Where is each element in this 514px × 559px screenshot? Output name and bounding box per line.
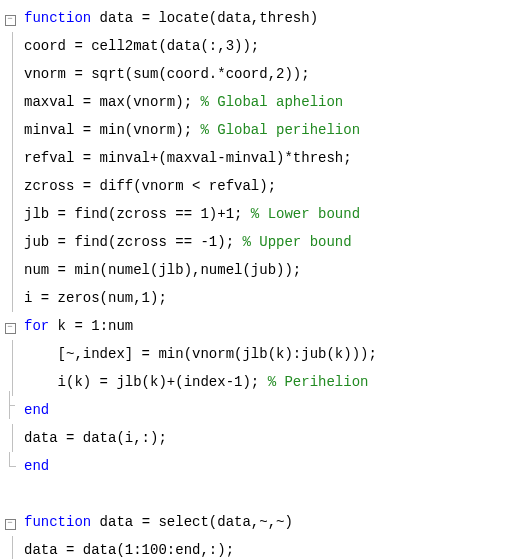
code-line: −function data = select(data,~,~)	[0, 508, 514, 536]
code-content: refval = minval+(maxval-minval)*thresh;	[20, 144, 352, 172]
code-content: i(k) = jlb(k)+(index-1); % Perihelion	[20, 368, 368, 396]
text: data = data(i,:);	[24, 430, 167, 446]
gutter	[0, 228, 20, 256]
code-content: minval = min(vnorm); % Global perihelion	[20, 116, 360, 144]
text: [~,index] = min(vnorm(jlb(k):jub(k)));	[24, 346, 377, 362]
gutter	[0, 32, 20, 60]
comment: % Upper bound	[242, 234, 351, 250]
text: k = 1:num	[49, 318, 133, 334]
code-line: data = data(i,:);	[0, 424, 514, 452]
text: vnorm = sqrt(sum(coord.*coord,2));	[24, 66, 310, 82]
gutter	[0, 200, 20, 228]
code-line: i = zeros(num,1);	[0, 284, 514, 312]
gutter	[0, 116, 20, 144]
comment: % Global aphelion	[200, 94, 343, 110]
code-line: num = min(numel(jlb),numel(jub));	[0, 256, 514, 284]
code-content: for k = 1:num	[20, 312, 133, 340]
code-content: function data = select(data,~,~)	[20, 508, 293, 536]
gutter	[0, 256, 20, 284]
gutter	[0, 452, 20, 480]
code-content: jlb = find(zcross == 1)+1; % Lower bound	[20, 200, 360, 228]
text: jub = find(zcross == -1);	[24, 234, 242, 250]
keyword: end	[24, 458, 49, 474]
code-line: −for k = 1:num	[0, 312, 514, 340]
code-line: end	[0, 452, 514, 480]
gutter	[0, 172, 20, 200]
keyword: end	[24, 402, 49, 418]
text: data = locate(data,thresh)	[91, 10, 318, 26]
code-line: data = data(1:100:end,:);	[0, 536, 514, 559]
comment: % Lower bound	[251, 206, 360, 222]
code-content: [~,index] = min(vnorm(jlb(k):jub(k)));	[20, 340, 377, 368]
comment: % Perihelion	[268, 374, 369, 390]
code-line: vnorm = sqrt(sum(coord.*coord,2));	[0, 60, 514, 88]
gutter	[0, 60, 20, 88]
keyword: for	[24, 318, 49, 334]
text: minval = min(vnorm);	[24, 122, 200, 138]
comment: % Global perihelion	[200, 122, 360, 138]
code-line: i(k) = jlb(k)+(index-1); % Perihelion	[0, 368, 514, 396]
text: zcross = diff(vnorm < refval);	[24, 178, 276, 194]
code-content: function data = locate(data,thresh)	[20, 4, 318, 32]
gutter	[0, 144, 20, 172]
code-content: zcross = diff(vnorm < refval);	[20, 172, 276, 200]
code-line: jlb = find(zcross == 1)+1; % Lower bound	[0, 200, 514, 228]
text: data = select(data,~,~)	[91, 514, 293, 530]
code-line: maxval = max(vnorm); % Global aphelion	[0, 88, 514, 116]
text: maxval = max(vnorm);	[24, 94, 200, 110]
text: i = zeros(num,1);	[24, 290, 167, 306]
gutter: −	[0, 508, 20, 536]
gutter	[0, 88, 20, 116]
code-line: coord = cell2mat(data(:,3));	[0, 32, 514, 60]
code-line: jub = find(zcross == -1); % Upper bound	[0, 228, 514, 256]
code-editor: −function data = locate(data,thresh)coor…	[0, 0, 514, 559]
gutter: −	[0, 4, 20, 32]
code-content: coord = cell2mat(data(:,3));	[20, 32, 259, 60]
code-line: end	[0, 396, 514, 424]
gutter	[0, 284, 20, 312]
text: data = data(1:100:end,:);	[24, 542, 234, 558]
keyword: function	[24, 514, 91, 530]
code-line: [~,index] = min(vnorm(jlb(k):jub(k)));	[0, 340, 514, 368]
gutter	[0, 340, 20, 368]
fold-icon[interactable]: −	[5, 323, 16, 334]
gutter	[0, 424, 20, 452]
text: jlb = find(zcross == 1)+1;	[24, 206, 251, 222]
code-line	[0, 480, 514, 508]
gutter	[0, 536, 20, 559]
code-content: jub = find(zcross == -1); % Upper bound	[20, 228, 352, 256]
code-content: vnorm = sqrt(sum(coord.*coord,2));	[20, 60, 310, 88]
code-line: −function data = locate(data,thresh)	[0, 4, 514, 32]
text: coord = cell2mat(data(:,3));	[24, 38, 259, 54]
text: i(k) = jlb(k)+(index-1);	[24, 374, 268, 390]
code-content: data = data(i,:);	[20, 424, 167, 452]
code-line: minval = min(vnorm); % Global perihelion	[0, 116, 514, 144]
code-content: i = zeros(num,1);	[20, 284, 167, 312]
code-line: refval = minval+(maxval-minval)*thresh;	[0, 144, 514, 172]
text: refval = minval+(maxval-minval)*thresh;	[24, 150, 352, 166]
text: num = min(numel(jlb),numel(jub));	[24, 262, 301, 278]
code-line: zcross = diff(vnorm < refval);	[0, 172, 514, 200]
code-content: num = min(numel(jlb),numel(jub));	[20, 256, 301, 284]
keyword: function	[24, 10, 91, 26]
code-content: end	[20, 396, 49, 424]
fold-icon[interactable]: −	[5, 519, 16, 530]
code-content: end	[20, 452, 49, 480]
code-content: data = data(1:100:end,:);	[20, 536, 234, 559]
code-content: maxval = max(vnorm); % Global aphelion	[20, 88, 343, 116]
fold-icon[interactable]: −	[5, 15, 16, 26]
gutter: −	[0, 312, 20, 340]
